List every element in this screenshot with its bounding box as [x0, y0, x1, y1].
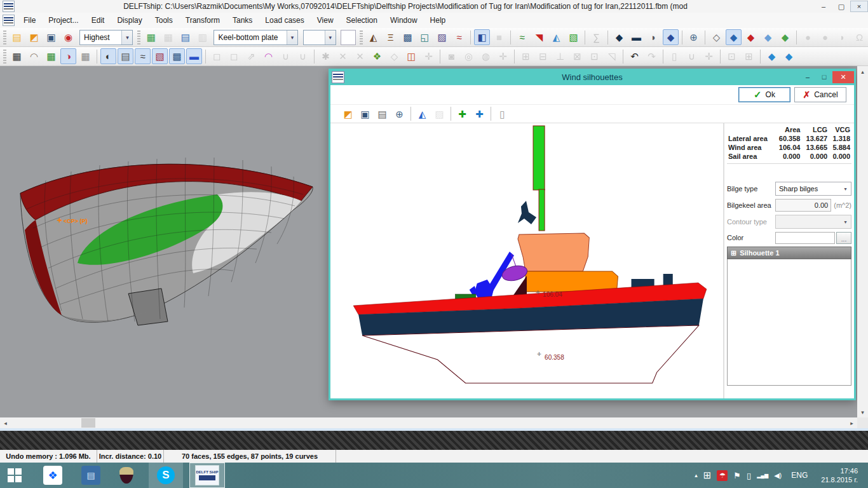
show-controlpoints-button[interactable]: ◑	[60, 48, 76, 64]
empty-field[interactable]	[341, 30, 356, 45]
show-hydro-features-button[interactable]: ▩	[169, 48, 185, 64]
calc-resistance-button[interactable]: ◱	[417, 29, 433, 45]
control-net-button[interactable]: ▦	[9, 48, 25, 64]
solid-view-2-button[interactable]: ◆	[781, 48, 797, 64]
box-select-mode-button[interactable]: ◧	[474, 29, 490, 45]
plan-view-button[interactable]: ▬	[628, 29, 644, 45]
undo-button[interactable]: ↶	[627, 48, 642, 64]
scroll-down-button[interactable]: ▾	[857, 407, 868, 417]
new-face-button[interactable]: ❖	[369, 48, 385, 64]
wind-silhouette-button[interactable]: ▧	[566, 29, 581, 45]
maximize-button[interactable]: ▢	[832, 1, 850, 12]
vertical-scrollbar[interactable]: ▴ ▾	[857, 66, 868, 417]
flag-icon[interactable]: ⚑	[733, 471, 741, 480]
minimize-button[interactable]: –	[815, 1, 832, 12]
hydrostatic-scales-button[interactable]: Ξ	[383, 29, 398, 45]
show-stations-button[interactable]: ▤	[118, 48, 133, 64]
save-file-button[interactable]: ▣	[43, 29, 59, 45]
mirror-button[interactable]: ◫	[403, 48, 419, 64]
dialog-maximize-button[interactable]: □	[816, 71, 832, 83]
dialog-close-button[interactable]: ✕	[832, 71, 854, 83]
precision-combobox[interactable]: Highest ▾	[79, 30, 133, 45]
silhouette-canvas[interactable]: ✛ 106.04 ✛ 60.358	[330, 123, 723, 398]
menu-display[interactable]: Display	[111, 13, 148, 27]
power-icon[interactable]: ▯	[747, 471, 751, 480]
scroll-up-button[interactable]: ▴	[857, 66, 868, 77]
silhouette-list[interactable]	[727, 259, 851, 386]
zoom-extents-button[interactable]: ⊕	[686, 29, 702, 45]
horizontal-scrollbar[interactable]: ◂ ▸	[0, 417, 857, 428]
insert-column-button[interactable]: ◠	[261, 48, 276, 64]
menu-help[interactable]: Help	[424, 13, 452, 27]
fine-grid-button[interactable]: ▦	[78, 48, 93, 64]
volume-icon[interactable]: ◀)	[774, 471, 782, 480]
shade-curvature-button[interactable]: ◆	[777, 29, 793, 45]
bodyplan-view-button[interactable]: ◗	[646, 29, 661, 45]
menu-transform[interactable]: Transform	[179, 13, 226, 27]
open-file-button[interactable]: ◩	[26, 29, 42, 45]
flowlines-button[interactable]: ≈	[514, 29, 530, 45]
taskbar-skype[interactable]: S	[149, 463, 183, 488]
menu-load-cases[interactable]: Load cases	[259, 13, 310, 27]
record-button[interactable]: ◉	[60, 29, 76, 45]
layer-properties-button[interactable]: ▤	[177, 29, 193, 45]
resistance-graph-button[interactable]: ≈	[451, 29, 467, 45]
language-indicator[interactable]: ENG	[787, 470, 811, 480]
menu-tanks[interactable]: Tanks	[226, 13, 259, 27]
wireframe-mode-button[interactable]: ◇	[709, 29, 724, 45]
dialog-title-bar[interactable]: Wind silhouettes – □ ✕	[329, 69, 856, 85]
taskbar-display-settings[interactable]: ▤	[76, 463, 105, 488]
color-picker-button[interactable]: ...	[836, 232, 851, 244]
dlg-print-button[interactable]: ▤	[374, 106, 390, 122]
show-buttocks-button[interactable]: ≈	[135, 48, 151, 64]
dlg-save-button[interactable]: ▣	[357, 106, 373, 122]
dlg-zoom-extents-button[interactable]: ⊕	[391, 106, 407, 122]
tray-grid-icon[interactable]: ⊞	[703, 470, 712, 481]
cancel-button[interactable]: ✗ Cancel	[794, 87, 846, 102]
solid-view-1-button[interactable]: ◆	[764, 48, 780, 64]
perspective-view-button[interactable]: ◆	[663, 29, 679, 45]
stability-button[interactable]: ◥	[531, 29, 547, 45]
close-button[interactable]: ×	[850, 1, 868, 12]
dlg-open-button[interactable]: ◩	[340, 106, 356, 122]
shade-developability-button[interactable]: ◆	[743, 29, 759, 45]
interior-layers-button[interactable]: ▦	[43, 48, 59, 64]
ok-button[interactable]: ✓ Ok	[738, 87, 790, 102]
taskbar-delftship[interactable]: DELFT SHIP	[189, 463, 225, 488]
taskbar-dropbox[interactable]: ❖	[38, 463, 67, 488]
show-diagonals-button[interactable]: ▧	[152, 48, 168, 64]
sail-plan-button[interactable]: ◭	[548, 29, 564, 45]
menu-tools[interactable]: Tools	[149, 13, 179, 27]
start-button[interactable]	[0, 463, 29, 488]
shaded-mode-button[interactable]: ◆	[726, 29, 742, 45]
menu-window[interactable]: Window	[384, 13, 424, 27]
active-layer-combobox[interactable]: Keel-bottom plate ▾	[214, 30, 297, 45]
color-well[interactable]	[775, 232, 835, 244]
calc-hydrostatics-button[interactable]: ▩	[400, 29, 416, 45]
menu-file[interactable]: File	[17, 13, 42, 27]
menu-edit[interactable]: Edit	[85, 13, 111, 27]
silhouette-list-header[interactable]: ⊞ Silhouette 1	[727, 247, 851, 259]
network-signal-icon[interactable]: ▂▄▆	[757, 473, 768, 478]
add-layer-button[interactable]: ▦	[143, 29, 159, 45]
taskbar-hull-modeler[interactable]	[112, 463, 141, 488]
menu-selection[interactable]: Selection	[340, 13, 384, 27]
dlg-import-silhouette-button[interactable]: ✚	[471, 106, 487, 122]
dlg-add-silhouette-button[interactable]: ✚	[454, 106, 470, 122]
bilge-type-combobox[interactable]: Sharp bilges ▾	[775, 182, 851, 196]
menu-view[interactable]: View	[311, 13, 340, 27]
show-interior-edges-button[interactable]: ◐	[100, 48, 116, 64]
dialog-minimize-button[interactable]: –	[799, 71, 816, 83]
show-hidden-icons-button[interactable]: ▴	[695, 472, 698, 478]
shade-zebra-button[interactable]: ◆	[760, 29, 776, 45]
scroll-left-button[interactable]: ◂	[0, 417, 11, 428]
scroll-right-button[interactable]: ▸	[846, 417, 857, 428]
design-hydrostatics-button[interactable]: ◭	[365, 29, 381, 45]
dlg-export-profile-button[interactable]: ◭	[414, 106, 430, 122]
show-flowlines-button[interactable]: ▬	[186, 48, 202, 64]
empty-combobox[interactable]: ▾	[303, 30, 336, 45]
horizontal-scroll-thumb[interactable]	[81, 418, 95, 428]
control-curve-button[interactable]: ◠	[26, 48, 42, 64]
profile-view-button[interactable]: ◆	[611, 29, 627, 45]
bilgekeel-area-input[interactable]: 0.00	[775, 199, 831, 212]
